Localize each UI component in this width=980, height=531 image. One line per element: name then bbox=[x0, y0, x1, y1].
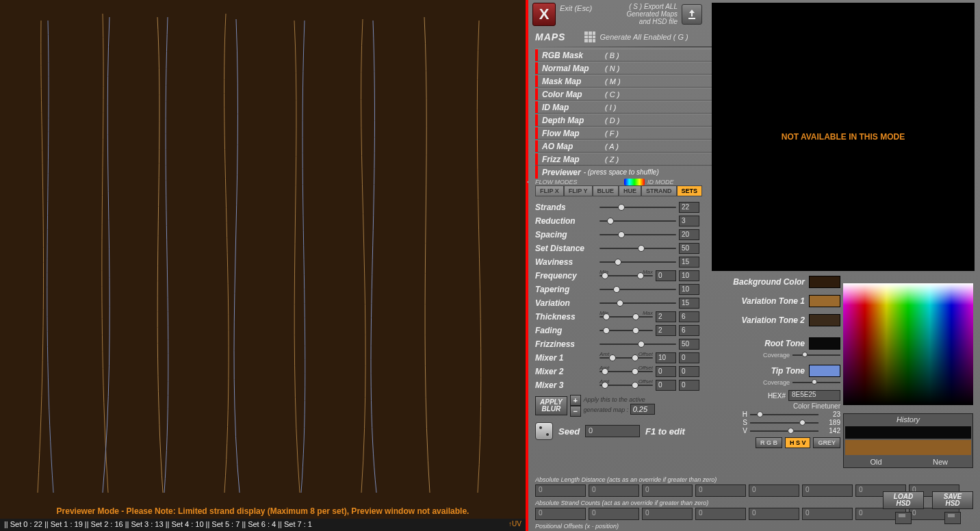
slider-value-2[interactable]: 0 bbox=[679, 366, 699, 377]
slider-set-distance: Set Distance50 bbox=[535, 242, 699, 255]
bg-color-swatch[interactable] bbox=[809, 276, 840, 288]
mode-flip-x[interactable]: FLIP X bbox=[535, 185, 564, 196]
seed-input[interactable]: 0 bbox=[585, 425, 640, 437]
slider-value[interactable]: 20 bbox=[679, 229, 699, 240]
slider-track[interactable]: MinMax bbox=[599, 312, 653, 322]
slider-track[interactable] bbox=[599, 326, 653, 335]
color-mode-hsv[interactable]: H S V bbox=[785, 437, 811, 448]
abs-override-input[interactable]: 0 bbox=[802, 508, 853, 520]
current-color-strip bbox=[845, 440, 971, 455]
mode-sets[interactable]: SETS bbox=[677, 185, 703, 196]
color-mode-grey[interactable]: GREY bbox=[813, 437, 840, 448]
seed-f1-hint: F1 to edit bbox=[645, 426, 685, 437]
export-label: ( S ) Export ALL Generated Maps and HSD … bbox=[627, 3, 678, 25]
slider-track[interactable] bbox=[599, 298, 676, 308]
floppy-icon bbox=[895, 512, 912, 524]
slider-value[interactable]: 2 bbox=[656, 325, 676, 336]
abs-override-input[interactable]: 0 bbox=[589, 484, 639, 497]
dice-icon[interactable] bbox=[535, 422, 553, 440]
slider-value[interactable]: 22 bbox=[679, 202, 699, 213]
history-strip[interactable] bbox=[845, 426, 971, 439]
control-panel: X Exit (Esc) ( S ) Export ALL Generated … bbox=[528, 0, 980, 531]
previewer-mode-note: Previewer Mode - Please Note: Limited st… bbox=[0, 506, 526, 516]
slider-track[interactable] bbox=[599, 230, 676, 239]
slider-value[interactable]: 0 bbox=[656, 380, 676, 391]
slider-track[interactable]: AmtOffset bbox=[599, 367, 653, 376]
abs-override-input[interactable]: 0 bbox=[589, 508, 639, 520]
hsv-slider[interactable] bbox=[750, 411, 818, 418]
seed-label: Seed bbox=[558, 426, 580, 437]
blur-value[interactable]: 0.25 bbox=[630, 404, 655, 415]
exit-button[interactable]: X bbox=[532, 3, 556, 26]
export-button[interactable] bbox=[682, 4, 702, 25]
hex-input[interactable]: 8E5E25 bbox=[788, 390, 840, 401]
variation2-swatch[interactable] bbox=[809, 314, 840, 326]
status-bar: || Set 0 : 22 || Set 1 : 19 || Set 2 : 1… bbox=[0, 519, 526, 531]
color-picker-field[interactable] bbox=[843, 283, 973, 405]
history-label: History bbox=[844, 414, 972, 425]
slider-track[interactable] bbox=[599, 257, 676, 267]
slider-value-2[interactable]: 6 bbox=[679, 311, 699, 322]
slider-value-2[interactable]: 0 bbox=[679, 352, 699, 363]
grid-icon bbox=[584, 31, 595, 42]
slider-track[interactable]: MinMax bbox=[599, 271, 653, 281]
slider-mixer-2: Mixer 2AmtOffset00 bbox=[535, 365, 699, 378]
slider-track[interactable] bbox=[599, 216, 676, 226]
slider-track[interactable] bbox=[599, 285, 676, 294]
mode-strand[interactable]: STRAND bbox=[641, 185, 677, 196]
blur-plus-button[interactable]: + bbox=[570, 395, 581, 406]
abs-override-input[interactable]: 0 bbox=[749, 508, 799, 520]
abs-override-input[interactable]: 0 bbox=[749, 484, 799, 497]
root-coverage-slider[interactable] bbox=[792, 352, 840, 358]
slider-value[interactable]: 50 bbox=[679, 339, 699, 350]
slider-value[interactable]: 2 bbox=[656, 311, 676, 322]
floppy-icon bbox=[944, 512, 961, 524]
abs-override-input[interactable]: 0 bbox=[642, 484, 693, 497]
generate-all-button[interactable]: Generate All Enabled ( G ) bbox=[584, 31, 688, 42]
slider-frequency: FrequencyMinMax010 bbox=[535, 269, 699, 283]
maps-title: MAPS bbox=[535, 31, 565, 42]
root-coverage-label: Coverage bbox=[763, 352, 790, 359]
load-hsd-button[interactable]: LOAD HSD bbox=[883, 491, 924, 509]
slider-track[interactable] bbox=[599, 203, 676, 212]
set-counts: || Set 0 : 22 || Set 1 : 19 || Set 2 : 1… bbox=[4, 520, 312, 530]
abs-override-input[interactable]: 0 bbox=[802, 484, 853, 497]
map-preview-area: NOT AVAILABLE IN THIS MODE bbox=[712, 3, 975, 271]
abs-override-input[interactable]: 0 bbox=[695, 484, 746, 497]
save-hsd-button[interactable]: SAVE HSD bbox=[932, 491, 973, 509]
color-picker: History Old New bbox=[843, 283, 973, 468]
hsv-slider[interactable] bbox=[750, 428, 818, 435]
mode-blue[interactable]: BLUE bbox=[593, 185, 619, 196]
tip-coverage-slider[interactable] bbox=[792, 380, 840, 385]
apply-blur-button[interactable]: APPLY BLUR bbox=[535, 396, 567, 415]
variation1-swatch[interactable] bbox=[809, 295, 840, 307]
slider-track[interactable] bbox=[599, 244, 676, 253]
abs-override-input[interactable]: 0 bbox=[535, 508, 586, 520]
mode-flip-y[interactable]: FLIP Y bbox=[564, 185, 593, 196]
slider-track[interactable]: AmtOffset bbox=[599, 380, 653, 390]
color-mode-rgb[interactable]: R G B bbox=[756, 437, 782, 448]
slider-value[interactable]: 15 bbox=[679, 257, 699, 268]
slider-value-2[interactable]: 6 bbox=[679, 325, 699, 336]
abs-override-input[interactable]: 0 bbox=[535, 484, 586, 497]
hsv-slider[interactable] bbox=[750, 419, 818, 426]
root-tone-swatch[interactable] bbox=[809, 337, 840, 350]
slider-value[interactable]: 15 bbox=[679, 298, 699, 309]
slider-track[interactable] bbox=[599, 339, 676, 349]
tip-tone-swatch[interactable] bbox=[809, 365, 840, 377]
slider-variation: Variation15 bbox=[535, 296, 699, 310]
slider-value[interactable]: 50 bbox=[679, 243, 699, 254]
abs-override-input[interactable]: 0 bbox=[642, 508, 693, 520]
slider-value-2[interactable]: 10 bbox=[679, 270, 699, 281]
mode-hue[interactable]: HUE bbox=[619, 185, 641, 196]
slider-value[interactable]: 10 bbox=[679, 284, 699, 295]
blur-minus-button[interactable]: − bbox=[570, 406, 581, 417]
slider-value[interactable]: 0 bbox=[656, 270, 676, 281]
slider-track[interactable]: AmtOffset bbox=[599, 353, 653, 363]
id-mode-header: ID MODE bbox=[647, 179, 674, 185]
slider-value[interactable]: 0 bbox=[656, 366, 676, 377]
abs-override-input[interactable]: 0 bbox=[695, 508, 746, 520]
slider-value[interactable]: 3 bbox=[679, 216, 699, 226]
slider-value-2[interactable]: 0 bbox=[679, 380, 699, 391]
slider-value[interactable]: 10 bbox=[656, 352, 676, 363]
